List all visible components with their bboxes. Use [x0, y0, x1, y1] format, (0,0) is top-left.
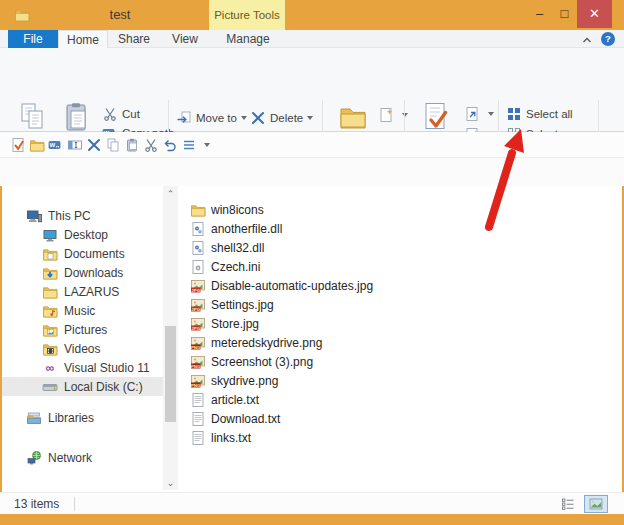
maximize-button[interactable]: □	[552, 0, 577, 28]
dropdown-caret	[402, 113, 408, 117]
file-item-disable-automatic-updates-jpg[interactable]: JPG Disable-automatic-updates.jpg	[190, 276, 470, 295]
scrollbar-down-icon[interactable]: ⌄	[163, 475, 178, 490]
sidebar-item-this-pc[interactable]: This PC	[26, 206, 156, 225]
window-title: test	[60, 0, 180, 30]
cut-icon	[102, 106, 118, 122]
file-item-store-jpg[interactable]: JPG Store.jpg	[190, 314, 470, 333]
status-separator	[74, 497, 75, 511]
sidebar-item-documents[interactable]: Documents	[42, 244, 162, 263]
file-item-skydrive-png[interactable]: PNG skydrive.png	[190, 371, 470, 390]
sidebar-item-music[interactable]: Music	[42, 301, 162, 320]
sidebar-item-desktop[interactable]: Desktop	[42, 225, 162, 244]
qat-new-folder-icon[interactable]	[29, 137, 45, 153]
qat-copy-icon[interactable]	[105, 137, 121, 153]
details-view-icon	[561, 497, 575, 511]
qat-paste-icon[interactable]	[124, 137, 140, 153]
tab-share[interactable]: Share	[108, 30, 160, 48]
qat-cut-icon[interactable]	[143, 137, 159, 153]
svg-text:PNG: PNG	[191, 363, 201, 368]
paste-icon	[61, 101, 93, 133]
tab-file[interactable]: File	[8, 30, 58, 48]
jpg-icon: JPG	[190, 278, 206, 294]
jpg-icon: JPG	[190, 316, 206, 332]
sidebar-item-local-disk-c[interactable]: Local Disk (C:)	[2, 377, 163, 396]
file-item-settings-jpg[interactable]: JPG Settings.jpg	[190, 295, 470, 314]
svg-text:∞: ∞	[46, 360, 55, 374]
qat-delete-icon[interactable]	[86, 137, 102, 153]
cut-button[interactable]: Cut	[102, 105, 140, 123]
scrollbar-thumb[interactable]	[165, 326, 176, 422]
png-icon: PNG	[190, 354, 206, 370]
png-icon: PNG	[190, 373, 206, 389]
sidebar-item-libraries[interactable]: Libraries	[26, 408, 156, 427]
file-item-shell32-dll[interactable]: shell32.dll	[190, 238, 470, 257]
delete-button[interactable]: Delete	[250, 109, 313, 127]
move-to-icon	[176, 110, 192, 126]
new-item-icon	[378, 107, 394, 123]
picture-tools-contextual-tab[interactable]: Picture Tools	[209, 0, 285, 30]
help-icon[interactable]: ?	[600, 31, 616, 47]
qat-copy-path-icon[interactable]: W	[48, 137, 64, 153]
file-item-screenshot-3-png[interactable]: PNG Screenshot (3).png	[190, 352, 470, 371]
qat-rename-icon[interactable]	[67, 137, 83, 153]
videos-icon	[42, 341, 58, 357]
computer-icon	[26, 208, 42, 224]
file-item-download-txt[interactable]: Download.txt	[190, 409, 470, 428]
select-all-button[interactable]: Select all	[506, 105, 573, 123]
thumbnail-view-icon	[589, 497, 603, 511]
file-item-links-txt[interactable]: links.txt	[190, 428, 470, 447]
infinity-icon: ∞	[42, 360, 58, 376]
libraries-icon	[26, 410, 42, 426]
sidebar-item-pictures[interactable]: Pictures	[42, 320, 162, 339]
new-folder-icon	[337, 101, 369, 133]
details-view-button[interactable]	[556, 495, 580, 513]
sidebar-item-visual-studio-11[interactable]: ∞ Visual Studio 11	[42, 358, 164, 377]
txt-icon	[190, 411, 206, 427]
ribbon: Copy Paste Cut W Copy path Paste shortcu…	[0, 48, 624, 132]
file-item-czech-ini[interactable]: Czech.ini	[190, 257, 470, 276]
png-icon: PNG	[190, 335, 206, 351]
collapse-ribbon-icon[interactable]	[580, 33, 594, 47]
move-to-button[interactable]: Move to	[176, 109, 247, 127]
qat-customize-icon[interactable]	[181, 137, 197, 153]
title-bar: test Picture Tools – □ ✕	[0, 0, 624, 30]
file-item-anotherfile-dll[interactable]: anotherfile.dll	[190, 219, 470, 238]
txt-icon	[190, 430, 206, 446]
documents-icon	[42, 246, 58, 262]
sidebar-item-videos[interactable]: Videos	[42, 339, 162, 358]
status-bar: 13 items	[0, 492, 624, 514]
file-item-article-txt[interactable]: article.txt	[190, 390, 470, 409]
thumbnail-view-button[interactable]	[584, 495, 608, 513]
scrollbar-up-icon[interactable]: ⌃	[163, 186, 178, 201]
music-icon	[42, 303, 58, 319]
window-folder-icon	[14, 7, 30, 23]
sidebar-item-lazarus[interactable]: LAZARUS	[42, 282, 162, 301]
qat-undo-icon[interactable]	[162, 137, 178, 153]
qat-customize-caret[interactable]	[204, 143, 210, 147]
tab-view[interactable]: View	[160, 30, 210, 48]
close-button[interactable]: ✕	[577, 0, 612, 28]
qat-properties-icon[interactable]	[10, 137, 26, 153]
sidebar-item-downloads[interactable]: Downloads	[42, 263, 162, 282]
dll-icon	[190, 240, 206, 256]
item-count: 13 items	[14, 493, 59, 515]
txt-icon	[190, 392, 206, 408]
select-all-icon	[506, 106, 522, 122]
svg-text:JPG: JPG	[191, 325, 200, 330]
properties-icon	[420, 101, 452, 133]
dll-icon	[190, 221, 206, 237]
minimize-button[interactable]: –	[527, 0, 552, 28]
svg-text:PNG: PNG	[191, 344, 201, 349]
tab-home[interactable]: Home	[58, 30, 108, 48]
file-item-meteredskydrive-png[interactable]: PNG meteredskydrive.png	[190, 333, 470, 352]
svg-text:JPG: JPG	[191, 287, 200, 292]
copy-icon	[17, 101, 49, 133]
tab-manage[interactable]: Manage	[212, 30, 284, 48]
address-bar-row: ▸ This PC ▸ Local Disk (C:) ▸ test Searc…	[0, 158, 624, 186]
dropdown-caret	[241, 116, 247, 120]
pictures-icon	[42, 322, 58, 338]
folder-icon	[42, 284, 58, 300]
sidebar-item-network[interactable]: Network	[26, 448, 156, 467]
open-button[interactable]	[464, 105, 494, 123]
file-item-win8icons[interactable]: win8icons	[190, 200, 470, 219]
